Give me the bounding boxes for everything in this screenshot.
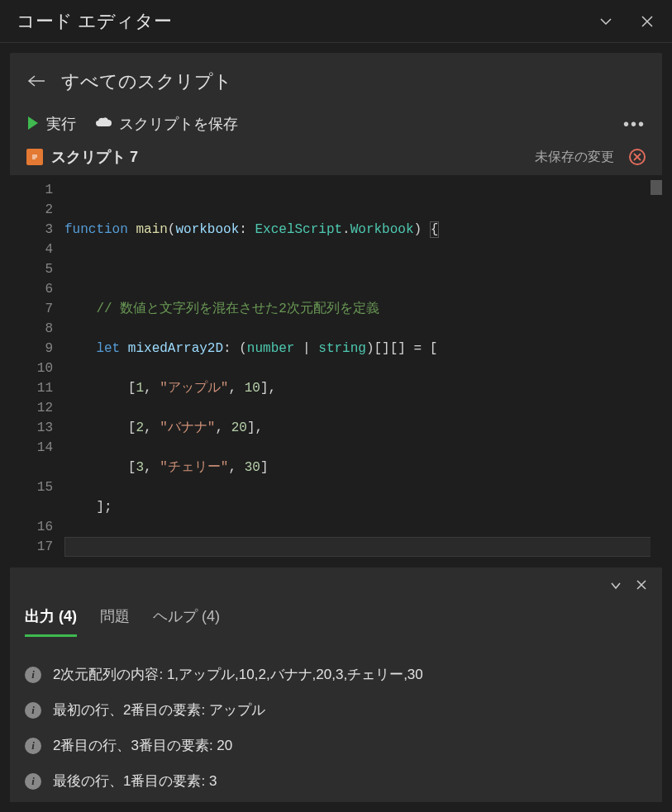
unsaved-label: 未保存の変更	[535, 149, 614, 166]
run-label: 実行	[46, 114, 76, 134]
breadcrumb: すべてのスクリプト	[10, 63, 662, 109]
script-name[interactable]: スクリプト 7	[51, 147, 527, 167]
panel-header	[25, 576, 647, 598]
output-text: 最初の行、2番目の要素: アップル	[53, 700, 265, 719]
output-line: i 最後の行、1番目の要素: 3	[25, 763, 647, 799]
window-title: コード エディター	[17, 9, 584, 34]
tab-help[interactable]: ヘルプ (4)	[153, 601, 220, 637]
line-number: 6	[10, 279, 53, 299]
run-button[interactable]: 実行	[26, 114, 76, 134]
save-script-button[interactable]: スクリプトを保存	[94, 114, 238, 134]
code-line[interactable]: // 数値と文字列を混在させた2次元配列を定義	[64, 299, 662, 319]
line-number: 12	[10, 398, 53, 418]
cloud-save-icon	[94, 116, 112, 132]
line-number: 11	[10, 378, 53, 398]
panel-tabs: 出力 (4) 問題 ヘルプ (4)	[25, 598, 647, 637]
info-icon: i	[25, 738, 41, 754]
tab-problems[interactable]: 問題	[100, 601, 130, 637]
script-header: スクリプト 7 未保存の変更	[10, 147, 662, 175]
close-panel-icon[interactable]	[636, 579, 647, 595]
output-text: 2次元配列の内容: 1,アップル,10,2,バナナ,20,3,チェリー,30	[53, 665, 423, 684]
line-number: 2	[10, 200, 53, 220]
save-label: スクリプトを保存	[119, 114, 238, 134]
code-line[interactable]: [2, "バナナ", 20],	[64, 418, 662, 438]
play-icon	[26, 116, 40, 133]
line-number: 8	[10, 319, 53, 339]
line-number: 3	[10, 220, 53, 240]
line-number: 7	[10, 299, 53, 319]
code-line[interactable]: [1, "アップル", 10],	[64, 378, 662, 398]
collapse-panel-icon[interactable]	[609, 579, 622, 595]
output-text: 2番目の行、3番目の要素: 20	[53, 736, 232, 755]
output-text: 最後の行、1番目の要素: 3	[53, 772, 217, 791]
output-line: i 2次元配列の内容: 1,アップル,10,2,バナナ,20,3,チェリー,30	[25, 657, 647, 692]
line-number: 16	[10, 517, 53, 537]
minimize-icon[interactable]	[598, 13, 614, 30]
code-line[interactable]: [3, "チェリー", 30]	[64, 458, 662, 477]
info-icon: i	[25, 773, 41, 790]
title-bar: コード エディター	[0, 0, 672, 43]
line-number: 5	[10, 259, 53, 279]
info-icon: i	[25, 702, 41, 719]
line-number: 17	[10, 537, 53, 557]
output-area: i 2次元配列の内容: 1,アップル,10,2,バナナ,20,3,チェリー,30…	[25, 637, 647, 799]
output-line: i 2番目の行、3番目の要素: 20	[25, 728, 647, 763]
breadcrumb-text[interactable]: すべてのスクリプト	[61, 69, 232, 94]
line-number: 10	[10, 359, 53, 378]
toolbar: 実行 スクリプトを保存 •••	[10, 109, 662, 147]
tab-output[interactable]: 出力 (4)	[25, 601, 77, 637]
code-line[interactable]: function main(workbook: ExcelScript.Work…	[64, 220, 662, 240]
code-line[interactable]	[64, 259, 662, 279]
line-number: 14	[10, 438, 53, 477]
scrollbar-thumb[interactable]	[651, 180, 662, 195]
line-number: 4	[10, 240, 53, 259]
unsaved-changes-icon[interactable]	[629, 149, 646, 165]
line-number: 9	[10, 339, 53, 359]
code-line[interactable]: let mixedArray2D: (number | string)[][] …	[64, 339, 662, 359]
close-icon[interactable]	[639, 13, 655, 30]
more-options-button[interactable]: •••	[623, 115, 646, 134]
code-line[interactable]: ];	[64, 497, 662, 517]
script-file-icon	[26, 149, 43, 165]
back-arrow-icon[interactable]	[26, 73, 46, 92]
line-number: 1	[10, 180, 53, 200]
bottom-panel: 出力 (4) 問題 ヘルプ (4) i 2次元配列の内容: 1,アップル,10,…	[10, 567, 662, 802]
line-number: 13	[10, 418, 53, 438]
info-icon: i	[25, 667, 41, 683]
output-line: i 最初の行、2番目の要素: アップル	[25, 692, 647, 728]
line-number: 15	[10, 477, 53, 517]
